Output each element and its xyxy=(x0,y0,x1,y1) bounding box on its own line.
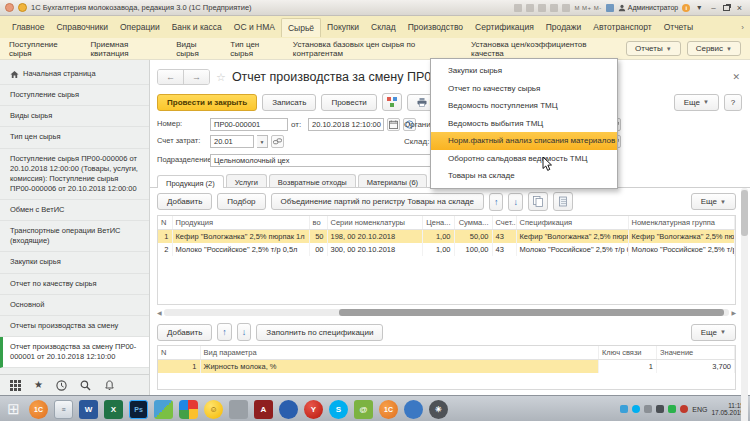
menu-item-norm-fact-analiz[interactable]: Норм.фактный анализ списания материалов xyxy=(431,132,617,150)
tray-icon[interactable] xyxy=(632,405,640,413)
tray-icon[interactable] xyxy=(620,405,628,413)
tab-services[interactable]: Услуги xyxy=(226,174,267,187)
scrollbar-thumb[interactable] xyxy=(741,190,748,236)
sidebar-item[interactable]: Отчеты производства за смену xyxy=(0,316,149,337)
save-icon[interactable] xyxy=(514,4,522,12)
submenu-vidy-syrya[interactable]: Виды сырья xyxy=(176,40,219,58)
menu-item-osv-tmc[interactable]: Оборотно сальдовая ведомость ТМЦ xyxy=(431,150,617,168)
create-based-on-button[interactable] xyxy=(382,93,402,111)
taskbar-icon-cloud[interactable] xyxy=(404,400,423,419)
menu-pokupki[interactable]: Покупки xyxy=(321,18,365,36)
current-user[interactable]: Администратор xyxy=(618,4,679,12)
add-param-button[interactable]: Добавить xyxy=(157,324,212,341)
table-row[interactable]: 2 Молоко "Российское" 2,5% т/р 0,5л 00 3… xyxy=(158,243,735,256)
sidebar-item[interactable]: Обмен с ВетИС xyxy=(0,200,149,221)
move-up-button[interactable]: ↑ xyxy=(489,193,504,211)
language-indicator[interactable]: ENG xyxy=(692,406,707,413)
preview-icon[interactable] xyxy=(538,4,546,12)
titlebar-dropdown-icon[interactable]: ▾ xyxy=(694,3,704,12)
taskbar-icon-photos[interactable] xyxy=(154,400,173,419)
taskbar-icon-access[interactable]: A xyxy=(254,400,273,419)
tab-returns[interactable]: Возвратные отходы xyxy=(269,174,356,187)
submenu-kvitanciya[interactable]: Приемная квитанция xyxy=(90,40,165,58)
scrollbar-thumb[interactable] xyxy=(339,309,724,316)
taskbar-icon-smiley[interactable]: ☺ xyxy=(204,400,223,419)
menu-item-postuplenie-tmc[interactable]: Ведомость поступления ТМЦ xyxy=(431,97,617,115)
taskbar-icon-octopus[interactable]: ✳ xyxy=(429,400,448,419)
date-field[interactable]: 20.10.2018 12:10:00 xyxy=(308,118,384,131)
sidebar-item-home[interactable]: Начальная страница xyxy=(0,64,149,85)
forward-arrow-button[interactable]: → xyxy=(183,70,209,84)
menu-item-zakupki[interactable]: Закупки сырья xyxy=(431,62,617,80)
menu-prodazhi[interactable]: Продажи xyxy=(540,18,588,36)
app-menu-icon[interactable] xyxy=(18,3,27,12)
scroll-left-icon[interactable]: ◀ xyxy=(157,309,162,316)
sidebar-item[interactable]: Основной xyxy=(0,295,149,316)
taskbar-icon-game[interactable] xyxy=(179,400,198,419)
taskbar-icon-browser[interactable]: Y xyxy=(304,400,323,419)
number-field[interactable]: ПР00-000001 xyxy=(210,118,288,131)
sidebar-item[interactable]: Поступление сырья ПР00-000006 от 20.10.2… xyxy=(0,149,149,201)
menu-glavnoe[interactable]: Главное xyxy=(6,18,50,36)
submenu-koefficienty[interactable]: Установка цен/коэффициентов качества xyxy=(471,40,615,58)
tab-products[interactable]: Продукция (2) xyxy=(157,175,224,188)
submenu-ustanovka-cen[interactable]: Установка базовых цен сырья по контраген… xyxy=(293,40,460,58)
pick-button[interactable]: Подбор xyxy=(217,193,265,210)
calculator-icon[interactable] xyxy=(550,4,558,12)
add-row-button[interactable]: Добавить xyxy=(157,193,212,210)
menu-avtotransport[interactable]: Автотранспорт xyxy=(587,18,657,36)
table-row[interactable]: 1 Жирность молока, % 1 3,700 xyxy=(158,360,735,374)
sidebar-item[interactable]: Отчет по качеству сырья xyxy=(0,274,149,295)
taskbar-icon-palette[interactable] xyxy=(229,400,248,419)
cost-account-dropdown-icon[interactable]: ▼ xyxy=(257,135,268,148)
taskbar-icon-notes[interactable]: ≡ xyxy=(54,400,73,419)
taskbar-icon-skype[interactable]: S xyxy=(329,400,348,419)
system-menu-icon[interactable] xyxy=(5,3,14,12)
sidebar-item-active-document[interactable]: Отчет производства за смену ПР00-000001 … xyxy=(0,337,149,368)
taskbar-icon-agent[interactable]: @ xyxy=(354,400,373,419)
tray-icon[interactable] xyxy=(668,405,676,413)
print-icon[interactable] xyxy=(526,4,534,12)
table-row[interactable]: 1 Кефир "Вологжанка" 2,5% пюрпак 1л 50 1… xyxy=(158,230,735,244)
menu-sklad[interactable]: Склад xyxy=(365,18,402,36)
taskbar-icon-1c[interactable]: 1С xyxy=(29,400,48,419)
save-button[interactable]: Записать xyxy=(262,94,316,111)
menu-overflow-icon[interactable]: › xyxy=(741,23,744,32)
cost-account-field[interactable]: 20.01 xyxy=(210,135,254,148)
menu-item-vybytie-tmc[interactable]: Ведомость выбытия ТМЦ xyxy=(431,115,617,133)
notifications-bell-icon[interactable] xyxy=(104,380,115,391)
close-window-button[interactable]: × xyxy=(734,3,745,13)
sidebar-item[interactable]: Транспортные операции ВетИС (входящие) xyxy=(0,221,149,252)
duplicate-row-button[interactable] xyxy=(553,192,573,211)
menu-os-nma[interactable]: ОС и НМА xyxy=(228,18,281,36)
sidebar-item[interactable]: Тип цен сырья xyxy=(0,127,149,148)
taskbar-icon-word[interactable]: W xyxy=(79,400,98,419)
taskbar-icon-excel[interactable]: X xyxy=(104,400,123,419)
all-functions-grid-icon[interactable] xyxy=(10,380,21,391)
param-down-button[interactable]: ↓ xyxy=(237,323,252,341)
table-icon[interactable] xyxy=(606,4,614,12)
products-more-button[interactable]: Еще ▼ xyxy=(691,193,736,210)
submenu-postuplenie[interactable]: Поступление сырья xyxy=(9,40,79,58)
history-clock-icon[interactable] xyxy=(56,380,67,391)
search-icon[interactable] xyxy=(80,380,91,391)
tray-icon[interactable] xyxy=(656,405,664,413)
close-document-icon[interactable]: ✕ xyxy=(732,72,742,82)
reports-dropdown-button[interactable]: Отчеты ▼ xyxy=(626,41,681,56)
menu-spravochniki[interactable]: Справочники xyxy=(50,18,114,36)
info-icon[interactable]: i xyxy=(682,4,690,12)
menu-proizvodstvo[interactable]: Производство xyxy=(402,18,469,36)
submenu-tip-cen[interactable]: Тип цен сырья xyxy=(230,40,282,58)
menu-syrye[interactable]: Сырьё xyxy=(281,18,321,37)
more-button-top[interactable]: Еще ▼ xyxy=(674,94,719,111)
restore-button[interactable] xyxy=(723,5,730,11)
menu-operacii[interactable]: Операции xyxy=(114,18,166,36)
taskbar-icon-photoshop[interactable]: Ps xyxy=(129,400,148,419)
scroll-right-icon[interactable]: ▶ xyxy=(731,309,736,316)
menu-otchety[interactable]: Отчеты xyxy=(658,18,699,36)
merge-batches-button[interactable]: Объединение партий по регистру Товары на… xyxy=(271,193,484,210)
memory-buttons[interactable]: M M+ M- xyxy=(574,5,601,11)
menu-item-tovary-na-sklade[interactable]: Товары на складе xyxy=(431,167,617,185)
sidebar-item[interactable]: Закупки сырья xyxy=(0,252,149,273)
favorite-star-icon[interactable]: ☆ xyxy=(216,71,226,84)
